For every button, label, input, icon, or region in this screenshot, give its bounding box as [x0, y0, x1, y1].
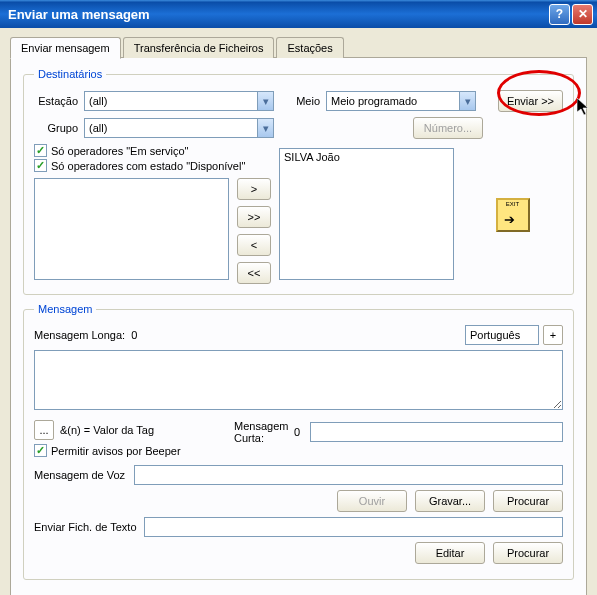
long-message-textarea[interactable]: [34, 350, 563, 410]
text-file-input[interactable]: [144, 517, 563, 537]
move-all-right-button[interactable]: >>: [237, 206, 271, 228]
edit-button[interactable]: Editar: [415, 542, 485, 564]
medium-combo[interactable]: Meio programado ▾: [326, 91, 476, 111]
message-legend: Mensagem: [34, 303, 96, 315]
long-message-count: 0: [131, 329, 137, 341]
send-button[interactable]: Enviar >>: [498, 90, 563, 112]
station-combo[interactable]: (all) ▾: [84, 91, 274, 111]
tab-file-transfer[interactable]: Transferência de Ficheiros: [123, 37, 275, 58]
only-available-label: Só operadores com estado "Disponível": [51, 160, 245, 172]
source-listbox[interactable]: [34, 178, 229, 280]
destination-listbox[interactable]: SILVA João: [279, 148, 454, 280]
browse-voice-button[interactable]: Procurar: [493, 490, 563, 512]
station-combo-value: (all): [85, 95, 257, 107]
only-available-checkbox[interactable]: ✓: [34, 159, 47, 172]
exit-icon[interactable]: [496, 198, 530, 232]
group-combo[interactable]: (all) ▾: [84, 118, 274, 138]
short-message-label: Mensagem Curta:: [234, 420, 294, 444]
move-left-button[interactable]: <: [237, 234, 271, 256]
tag-hint-label: &(n) = Valor da Tag: [60, 424, 154, 436]
tab-page: Destinatários Estação (all) ▾ Meio Meio …: [10, 57, 587, 595]
beeper-label: Permitir avisos por Beeper: [51, 445, 181, 457]
move-all-left-button[interactable]: <<: [237, 262, 271, 284]
add-language-button[interactable]: +: [543, 325, 563, 345]
short-message-count: 0: [294, 426, 310, 438]
window-title: Enviar uma mensagem: [8, 7, 547, 22]
close-titlebar-button[interactable]: ✕: [572, 4, 593, 25]
long-message-label: Mensagem Longa:: [34, 329, 125, 341]
title-bar: Enviar uma mensagem ? ✕: [0, 0, 597, 28]
beeper-checkbox[interactable]: ✓: [34, 444, 47, 457]
language-value: Português: [466, 329, 538, 341]
tab-strip: Enviar mensagem Transferência de Ficheir…: [10, 36, 587, 58]
move-right-button[interactable]: >: [237, 178, 271, 200]
record-button[interactable]: Gravar...: [415, 490, 485, 512]
tag-picker-button[interactable]: ...: [34, 420, 54, 440]
listen-button[interactable]: Ouvir: [337, 490, 407, 512]
chevron-down-icon: ▾: [257, 119, 273, 137]
medium-combo-value: Meio programado: [327, 95, 459, 107]
list-item[interactable]: SILVA João: [284, 151, 449, 163]
medium-label: Meio: [286, 95, 326, 107]
voice-message-input[interactable]: [134, 465, 563, 485]
message-group: Mensagem Mensagem Longa: 0 Português + .…: [23, 303, 574, 580]
help-titlebar-button[interactable]: ?: [549, 4, 570, 25]
text-file-label: Enviar Fich. de Texto: [34, 521, 144, 533]
language-combo[interactable]: Português: [465, 325, 539, 345]
voice-message-label: Mensagem de Voz: [34, 469, 134, 481]
browse-text-button[interactable]: Procurar: [493, 542, 563, 564]
only-in-service-checkbox[interactable]: ✓: [34, 144, 47, 157]
tab-stations[interactable]: Estações: [276, 37, 343, 58]
chevron-down-icon: ▾: [459, 92, 475, 110]
group-combo-value: (all): [85, 122, 257, 134]
short-message-input[interactable]: [310, 422, 563, 442]
only-in-service-label: Só operadores "Em serviço": [51, 145, 188, 157]
recipients-group: Destinatários Estação (all) ▾ Meio Meio …: [23, 68, 574, 295]
station-label: Estação: [34, 95, 84, 107]
tab-send-message[interactable]: Enviar mensagem: [10, 37, 121, 59]
recipients-legend: Destinatários: [34, 68, 106, 80]
chevron-down-icon: ▾: [257, 92, 273, 110]
group-label: Grupo: [34, 122, 84, 134]
number-button[interactable]: Número...: [413, 117, 483, 139]
move-buttons: > >> < <<: [237, 178, 271, 284]
